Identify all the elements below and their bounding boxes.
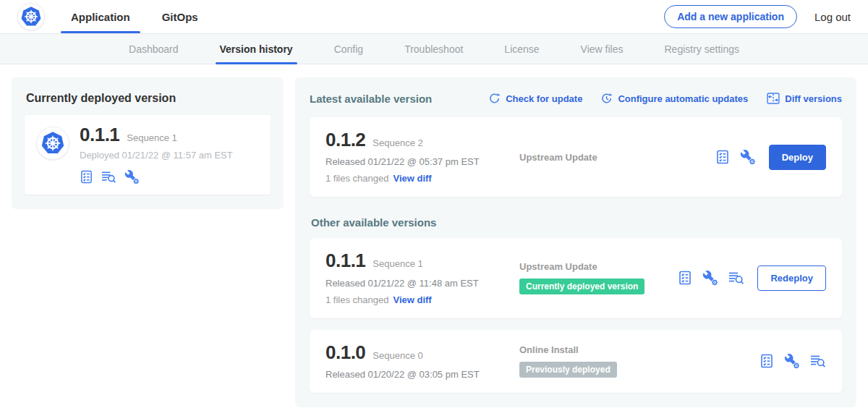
subnav-view-files[interactable]: View files (581, 34, 624, 64)
deployed-timestamp: Deployed 01/21/22 @ 11:57 am EST (80, 150, 233, 161)
preflight-checks-icon[interactable] (715, 150, 730, 164)
released-timestamp: Released 01/21/22 @ 11:48 am EST (326, 278, 514, 289)
diff-icon (767, 92, 780, 105)
main-content: Currently deployed version 0.1.1 Sequenc… (0, 64, 868, 408)
top-tabs: Application GitOps (71, 0, 198, 33)
subnav-dashboard[interactable]: Dashboard (129, 34, 179, 64)
tab-gitops[interactable]: GitOps (162, 0, 198, 33)
deploy-logs-icon[interactable] (101, 170, 116, 184)
files-changed-label: 1 files changed (326, 173, 388, 184)
preflight-checks-icon[interactable] (760, 354, 774, 368)
latest-available-title: Latest available version (310, 93, 432, 105)
redeploy-button[interactable]: Redeploy (757, 265, 826, 291)
previously-deployed-badge: Previously deployed (519, 362, 617, 378)
schedule-icon (601, 93, 613, 104)
check-for-update-link[interactable]: Check for update (489, 93, 582, 104)
currently-deployed-panel: Currently deployed version 0.1.1 Sequenc… (12, 77, 284, 209)
version-source-label: Online Install (519, 344, 760, 355)
subnav-license[interactable]: License (504, 34, 539, 64)
kubernetes-logo (17, 3, 45, 30)
released-timestamp: Released 01/20/22 @ 03:05 pm EST (326, 369, 514, 380)
tab-application[interactable]: Application (71, 0, 130, 33)
currently-deployed-badge: Currently deployed version (519, 279, 644, 294)
subnav-version-history[interactable]: Version history (220, 34, 293, 64)
currently-deployed-title: Currently deployed version (26, 92, 269, 105)
version-card-0-1-0: 0.1.0 Sequence 0 Released 01/20/22 @ 03:… (310, 330, 842, 393)
deploy-logs-icon[interactable] (728, 271, 744, 285)
sequence-label: Sequence 2 (373, 137, 422, 148)
app-sub-nav: Dashboard Version history Config Trouble… (0, 33, 868, 64)
deployed-version-number: 0.1.1 (80, 125, 119, 145)
sequence-label: Sequence 0 (373, 350, 422, 361)
refresh-icon (489, 93, 501, 104)
edit-config-icon[interactable] (740, 149, 756, 165)
diff-versions-link[interactable]: Diff versions (767, 92, 842, 105)
app-icon (36, 127, 69, 160)
deploy-logs-icon[interactable] (810, 354, 826, 368)
version-card-0-1-2: 0.1.2 Sequence 2 Released 01/21/22 @ 05:… (310, 117, 842, 197)
top-bar: Application GitOps Add a new application… (0, 0, 868, 33)
sequence-label: Sequence 1 (373, 258, 422, 269)
released-timestamp: Released 01/21/22 @ 05:37 pm EST (326, 156, 514, 167)
deploy-button[interactable]: Deploy (769, 145, 826, 170)
configure-automatic-updates-link[interactable]: Configure automatic updates (601, 93, 748, 104)
configure-automatic-updates-label: Configure automatic updates (618, 93, 748, 104)
version-source-label: Upstream Update (519, 261, 678, 272)
add-new-application-button[interactable]: Add a new application (664, 5, 797, 28)
version-card-0-1-1: 0.1.1 Sequence 1 Released 01/21/22 @ 11:… (310, 238, 842, 318)
other-available-title: Other available versions (311, 216, 841, 229)
view-diff-link[interactable]: View diff (393, 173, 431, 184)
subnav-troubleshoot[interactable]: Troubleshoot (404, 34, 463, 64)
version-source-label: Upstream Update (519, 152, 715, 163)
deployed-sequence-label: Sequence 1 (127, 132, 176, 143)
logout-button[interactable]: Log out (814, 11, 851, 23)
preflight-checks-icon[interactable] (80, 170, 93, 184)
version-number: 0.1.0 (326, 343, 365, 362)
version-number: 0.1.2 (326, 130, 365, 150)
diff-versions-label: Diff versions (785, 93, 842, 104)
view-config-icon[interactable] (784, 353, 800, 369)
view-diff-link[interactable]: View diff (393, 294, 431, 305)
preflight-checks-icon[interactable] (678, 271, 692, 285)
subnav-config[interactable]: Config (334, 34, 363, 64)
subnav-registry-settings[interactable]: Registry settings (665, 34, 739, 64)
available-versions-panel: Latest available version Check for updat… (295, 77, 856, 407)
files-changed-label: 1 files changed (326, 294, 388, 305)
version-number: 0.1.1 (326, 251, 365, 271)
edit-config-icon[interactable] (124, 169, 140, 184)
edit-config-icon[interactable] (702, 270, 718, 286)
check-for-update-label: Check for update (506, 93, 582, 104)
deployed-version-card: 0.1.1 Sequence 1 Deployed 01/21/22 @ 11:… (25, 115, 271, 195)
